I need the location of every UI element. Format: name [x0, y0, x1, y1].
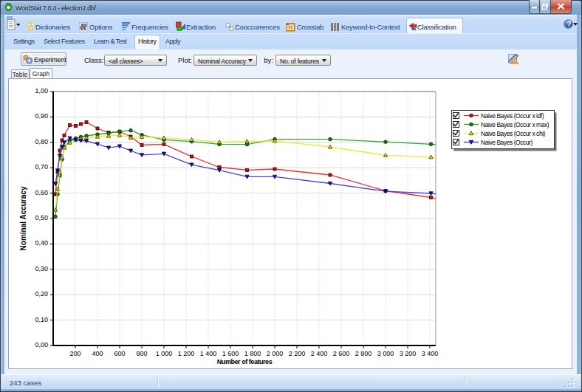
- svg-text:Naive Bayes (Occur x idf): Naive Bayes (Occur x idf): [481, 112, 544, 120]
- svg-text:2 800: 2 800: [355, 350, 372, 357]
- svg-text:400: 400: [92, 350, 103, 357]
- svg-text:0,40: 0,40: [35, 239, 48, 247]
- svg-text:600: 600: [114, 350, 125, 357]
- svg-text:0,90: 0,90: [35, 112, 48, 120]
- svg-text:3 400: 3 400: [422, 350, 439, 357]
- svg-text:0,20: 0,20: [35, 290, 48, 298]
- svg-text:0,30: 0,30: [35, 265, 48, 272]
- svg-text:3 200: 3 200: [400, 350, 417, 357]
- svg-text:200: 200: [69, 350, 81, 357]
- svg-text:2 200: 2 200: [289, 350, 306, 357]
- svg-text:0,80: 0,80: [35, 138, 48, 145]
- svg-text:2 000: 2 000: [267, 350, 284, 357]
- svg-text:1,00: 1,00: [35, 87, 48, 94]
- svg-text:1 600: 1 600: [222, 350, 239, 357]
- svg-text:0,00: 0,00: [35, 341, 48, 348]
- svg-text:Naive Bayes (Occur x chi): Naive Bayes (Occur x chi): [481, 130, 546, 137]
- svg-text:Naive Bayes (Occur): Naive Bayes (Occur): [481, 139, 533, 146]
- svg-text:2 400: 2 400: [311, 350, 328, 357]
- svg-text:0,70: 0,70: [35, 163, 48, 171]
- svg-text:Nominal Accuracy: Nominal Accuracy: [19, 186, 27, 250]
- svg-text:0,10: 0,10: [35, 316, 48, 323]
- svg-text:2 600: 2 600: [333, 350, 350, 357]
- svg-text:0,60: 0,60: [35, 189, 48, 196]
- svg-text:800: 800: [136, 350, 147, 357]
- svg-text:1 400: 1 400: [200, 350, 217, 357]
- svg-text:1 800: 1 800: [244, 350, 261, 357]
- svg-text:0,50: 0,50: [35, 214, 48, 221]
- svg-text:Number of features: Number of features: [217, 358, 273, 365]
- svg-text:1 000: 1 000: [156, 350, 173, 357]
- svg-text:3 000: 3 000: [377, 350, 394, 357]
- svg-text:Naive Bayes (Occur x max): Naive Bayes (Occur x max): [481, 121, 550, 128]
- svg-text:1 200: 1 200: [178, 350, 195, 357]
